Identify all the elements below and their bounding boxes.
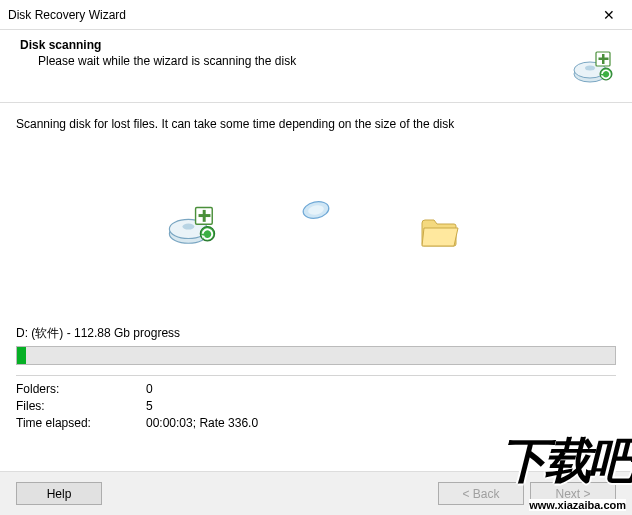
stat-time-value: 00:00:03; Rate 336.0 [146, 416, 258, 430]
stat-files: Files: 5 [16, 399, 616, 413]
next-button: Next > [530, 482, 616, 505]
stat-time: Time elapsed: 00:00:03; Rate 336.0 [16, 416, 616, 430]
search-lens-icon [289, 183, 343, 237]
back-button: < Back [438, 482, 524, 505]
stat-files-value: 5 [146, 399, 153, 413]
stat-files-label: Files: [16, 399, 146, 413]
wizard-header: Disk scanning Please wait while the wiza… [0, 30, 632, 103]
disk-recovery-icon [566, 38, 620, 92]
page-heading: Disk scanning [20, 38, 296, 52]
progress-label: D: (软件) - 112.88 Gb progress [16, 325, 616, 342]
progress-fill [17, 347, 26, 364]
stat-folders-label: Folders: [16, 382, 146, 396]
disk-recovery-icon [165, 196, 219, 250]
stat-folders-value: 0 [146, 382, 153, 396]
progress-bar [16, 346, 616, 365]
svg-rect-12 [199, 214, 211, 217]
animation-row [16, 191, 616, 255]
scan-info-text: Scanning disk for lost files. It can tak… [16, 117, 616, 131]
stat-time-label: Time elapsed: [16, 416, 146, 430]
svg-rect-5 [599, 58, 609, 61]
close-icon: ✕ [603, 7, 615, 23]
divider [16, 375, 616, 376]
page-subheading: Please wait while the wizard is scanning… [38, 54, 296, 68]
close-button[interactable]: ✕ [586, 0, 632, 30]
window-title: Disk Recovery Wizard [8, 8, 126, 22]
folder-icon [413, 205, 467, 259]
help-button[interactable]: Help [16, 482, 102, 505]
svg-point-2 [585, 66, 595, 71]
content-area: Scanning disk for lost files. It can tak… [0, 103, 632, 430]
svg-point-9 [182, 224, 194, 230]
titlebar: Disk Recovery Wizard ✕ [0, 0, 632, 30]
button-bar: Help < Back Next > [0, 471, 632, 515]
stat-folders: Folders: 0 [16, 382, 616, 396]
